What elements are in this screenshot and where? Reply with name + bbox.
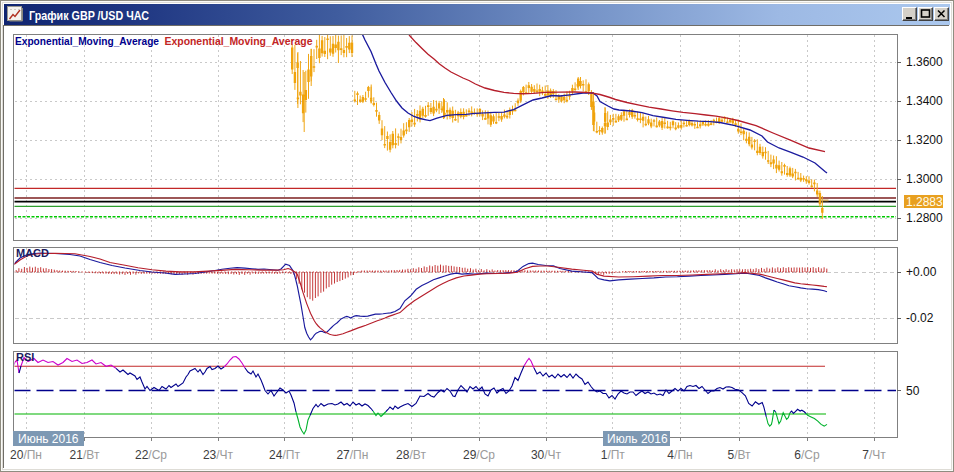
svg-text:29/Ср: 29/Ср [463, 448, 495, 462]
svg-text:1.2883: 1.2883 [906, 195, 943, 209]
svg-text:MACD: MACD [16, 247, 49, 259]
svg-text:22/Ср: 22/Ср [135, 448, 167, 462]
svg-text:+0.00: +0.00 [906, 265, 937, 279]
svg-text:1/Пт: 1/Пт [601, 448, 626, 462]
svg-text:23/Чт: 23/Чт [203, 448, 234, 462]
svg-text:Июнь 2016: Июнь 2016 [18, 432, 79, 446]
svg-text:27/Пн: 27/Пн [336, 448, 368, 462]
svg-text:RSI: RSI [16, 351, 34, 363]
svg-text:5/Вт: 5/Вт [727, 448, 751, 462]
svg-text:Июль 2016: Июль 2016 [607, 432, 668, 446]
svg-text:6/Ср: 6/Ср [794, 448, 820, 462]
svg-text:28/Вт: 28/Вт [396, 448, 426, 462]
svg-text:Exponential_Moving_Average: Exponential_Moving_Average [15, 35, 159, 47]
svg-text:24/Пт: 24/Пт [269, 448, 300, 462]
svg-text:Exponential_Moving_Average: Exponential_Moving_Average [165, 35, 313, 47]
svg-text:1.2800: 1.2800 [906, 211, 943, 225]
svg-text:1.3400: 1.3400 [906, 94, 943, 108]
svg-text:1.3000: 1.3000 [906, 172, 943, 186]
svg-text:-0.02: -0.02 [906, 311, 934, 325]
svg-text:1.3600: 1.3600 [906, 55, 943, 69]
svg-text:20/Пн: 20/Пн [10, 448, 42, 462]
svg-text:21/Вт: 21/Вт [70, 448, 100, 462]
svg-text:30/Чт: 30/Чт [531, 448, 562, 462]
svg-text:50: 50 [906, 384, 920, 398]
svg-text:7/Чт: 7/Чт [862, 448, 886, 462]
svg-text:1.3200: 1.3200 [906, 133, 943, 147]
svg-text:4/Пн: 4/Пн [667, 448, 692, 462]
